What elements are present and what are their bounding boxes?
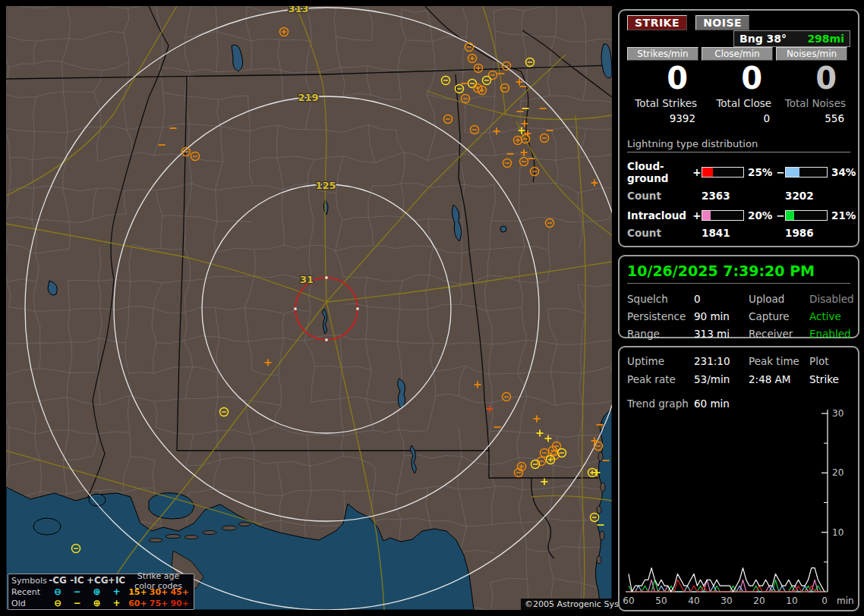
total-strikes-value: 9392 bbox=[627, 112, 698, 124]
squelch-label: Squelch bbox=[627, 293, 694, 305]
legend-col-cg-neg: -CG bbox=[48, 577, 68, 585]
x-tick-label: 60 bbox=[623, 596, 634, 606]
lightning-map[interactable]: 31321912531 bbox=[6, 6, 612, 610]
bearing-value: Bng 38° bbox=[739, 33, 787, 45]
persistence-value: 90 min bbox=[694, 310, 749, 322]
x-tick-label: 50 bbox=[655, 596, 667, 606]
ring-distance-label: 125 bbox=[315, 180, 336, 191]
app-window: 31321912531 Symbols -CG -IC +CG +IC Stri… bbox=[0, 0, 864, 616]
persistence-label: Persistence bbox=[627, 310, 694, 322]
ic-neg-count: 1986 bbox=[785, 227, 850, 239]
trend-series-Total bbox=[629, 568, 825, 592]
total-noises-value: 556 bbox=[776, 112, 847, 124]
receiver-settings: Squelch 0 Upload Disabled Persistence 90… bbox=[627, 293, 850, 340]
ic-pos-bar bbox=[702, 210, 744, 221]
receiver-value: Enabled bbox=[809, 328, 854, 340]
cg-neg-old-icon: ⊖ bbox=[48, 599, 68, 608]
upload-label: Upload bbox=[749, 293, 809, 305]
stats-panel: STRIKE NOISE Bng 38° 298mi Strikes/min 0… bbox=[618, 9, 859, 247]
cg-pos-recent-icon: ⊕ bbox=[87, 588, 107, 596]
x-tick-label: 20 bbox=[753, 596, 765, 606]
close-per-min-chip[interactable]: Close/min bbox=[702, 47, 773, 61]
small-lake bbox=[500, 226, 506, 232]
close-per-min-value: 0 bbox=[702, 61, 773, 96]
x-axis-unit: min bbox=[837, 596, 854, 606]
marsh-lake bbox=[33, 518, 61, 535]
lake-martin bbox=[398, 379, 405, 409]
upload-value: Disabled bbox=[809, 293, 854, 305]
peak-time-label: Peak time bbox=[749, 355, 809, 367]
x-tick-label: 40 bbox=[688, 596, 699, 606]
ic-neg-pct: 21% bbox=[828, 209, 858, 222]
strikes-per-min-value: 0 bbox=[627, 61, 698, 96]
age-60: 60+ bbox=[126, 599, 147, 608]
ic-neg-old-icon: − bbox=[68, 599, 87, 608]
minus-sign: − bbox=[776, 166, 785, 178]
trend-graph: 1020306050403020100min bbox=[621, 404, 858, 610]
close-ring-tick bbox=[326, 339, 328, 341]
y-tick-label: 20 bbox=[832, 467, 844, 478]
distribution-title: Lightning type distribution bbox=[627, 138, 850, 152]
y-tick-label: 10 bbox=[832, 527, 844, 538]
ring-distance-label: 313 bbox=[288, 6, 308, 14]
uptime-label: Uptime bbox=[627, 355, 694, 367]
bearing-range-display: Bng 38° 298mi bbox=[733, 30, 850, 47]
count-label: Count bbox=[627, 190, 702, 202]
strikes-per-min-chip[interactable]: Strikes/min bbox=[627, 47, 698, 61]
datetime-display: 10/26/2025 7:39:20 PM bbox=[627, 259, 850, 284]
y-tick-label: 30 bbox=[832, 408, 844, 419]
cg-pos-bar bbox=[702, 167, 744, 178]
total-noises-label: Total Noises bbox=[776, 97, 847, 109]
cloud-ground-row: Cloud-ground + 25% − 34% bbox=[627, 160, 850, 184]
peak-time-value: 2:48 AM bbox=[749, 373, 809, 385]
age-90: 90+ bbox=[168, 599, 189, 608]
x-tick-label: 30 bbox=[721, 596, 732, 606]
total-strikes-label: Total Strikes bbox=[627, 97, 698, 109]
intracloud-label: Intracloud bbox=[627, 209, 692, 222]
legend-row-old-label: Old bbox=[11, 599, 48, 608]
cg-pos-old-icon: ⊕ bbox=[87, 599, 107, 608]
uptime-value: 231:10 bbox=[694, 355, 749, 367]
plus-sign: + bbox=[692, 209, 702, 222]
status-panel: 10/26/2025 7:39:20 PM Squelch 0 Upload D… bbox=[618, 255, 859, 338]
peak-rate-label: Peak rate bbox=[627, 373, 694, 385]
legend-symbols-header: Symbols bbox=[11, 576, 48, 586]
ic-neg-bar bbox=[785, 210, 828, 221]
ring-distance-label: 219 bbox=[298, 92, 318, 103]
legend-col-ic-pos: +IC bbox=[107, 577, 126, 585]
age-15: 15+ bbox=[126, 587, 147, 597]
receiver-label: Receiver bbox=[749, 328, 809, 340]
close-ring-tick bbox=[326, 277, 328, 279]
minus-sign: − bbox=[776, 209, 785, 222]
plot-value[interactable]: Strike bbox=[809, 373, 850, 385]
cg-pos-pct: 25% bbox=[744, 166, 776, 178]
intracloud-counts: Count 1841 1986 bbox=[627, 227, 850, 239]
ic-pos-recent-icon: + bbox=[107, 588, 126, 596]
x-tick-label: 10 bbox=[786, 596, 797, 606]
legend-row-recent-label: Recent bbox=[11, 587, 48, 597]
noises-per-min-value: 0 bbox=[776, 61, 847, 96]
noise-mode-button[interactable]: NOISE bbox=[695, 15, 749, 30]
ic-neg-recent-icon: − bbox=[68, 588, 87, 596]
ic-pos-pct: 20% bbox=[744, 209, 776, 222]
close-ring-tick bbox=[357, 308, 359, 310]
legend-col-cg-pos: +CG bbox=[87, 577, 107, 585]
cg-pos-count: 2363 bbox=[702, 190, 785, 202]
range-label: Range bbox=[627, 328, 694, 340]
map-legend: Symbols -CG -IC +CG +IC Strike age color… bbox=[8, 574, 194, 610]
strike-mode-button[interactable]: STRIKE bbox=[627, 15, 687, 30]
plus-sign: + bbox=[692, 166, 702, 178]
cg-neg-recent-icon: ⊖ bbox=[48, 588, 68, 596]
total-close-value: 0 bbox=[702, 112, 773, 124]
intracloud-row: Intracloud + 20% − 21% bbox=[627, 209, 850, 222]
range-value: 313 mi bbox=[694, 328, 749, 340]
capture-label: Capture bbox=[749, 310, 809, 322]
peak-rate-value: 53/min bbox=[694, 373, 749, 385]
rate-counters: Strikes/min 0 Total Strikes 9392 Close/m… bbox=[627, 47, 850, 124]
session-panel: Uptime 231:10 Peak time Plot Peak rate 5… bbox=[618, 346, 859, 611]
noises-per-min-chip[interactable]: Noises/min bbox=[776, 47, 847, 61]
cloud-ground-label: Cloud-ground bbox=[627, 160, 692, 184]
squelch-value: 0 bbox=[694, 293, 749, 305]
plot-label: Plot bbox=[809, 355, 850, 367]
ic-pos-old-icon: + bbox=[107, 599, 126, 608]
